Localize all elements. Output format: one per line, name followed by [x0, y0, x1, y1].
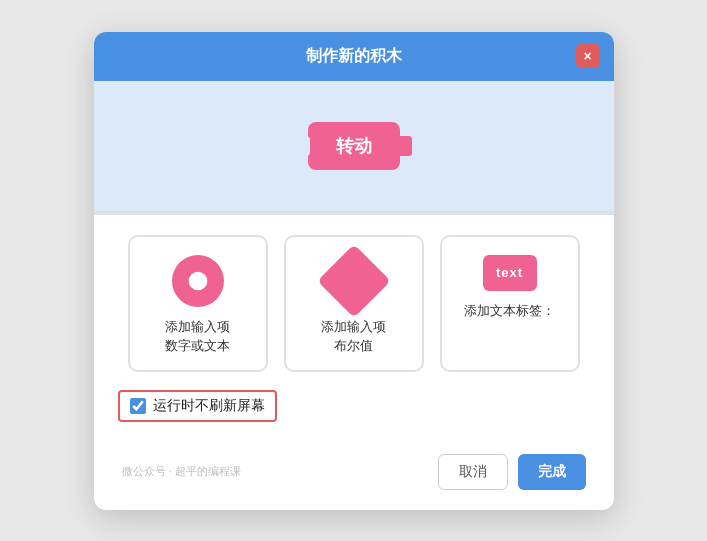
dialog-header: 制作新的积木 × [94, 32, 614, 81]
text-badge-icon: text [483, 255, 537, 291]
options-row: 添加输入项数字或文本 添加输入项布尔值 text 添加文本标签： [118, 235, 590, 372]
bottom-row: 微公众号 · 超平的编程课 取消 完成 [118, 454, 590, 494]
diamond-icon [317, 244, 391, 318]
diamond-wrapper [328, 255, 380, 307]
dialog: 制作新的积木 × 转动 添加输入项数字或文本 [94, 32, 614, 510]
option-boolean[interactable]: 添加输入项布尔值 [284, 235, 424, 372]
checkbox-text: 运行时不刷新屏幕 [153, 397, 265, 415]
done-button[interactable]: 完成 [518, 454, 586, 490]
block-preview-area: 转动 [94, 81, 614, 211]
dialog-title: 制作新的积木 [306, 47, 402, 64]
option3-label: 添加文本标签： [464, 301, 555, 321]
cancel-button[interactable]: 取消 [438, 454, 508, 490]
no-refresh-checkbox-label[interactable]: 运行时不刷新屏幕 [118, 390, 277, 422]
block-preview: 转动 [308, 122, 400, 170]
button-row: 取消 完成 [438, 454, 586, 490]
no-refresh-checkbox[interactable] [130, 398, 146, 414]
option2-label: 添加输入项布尔值 [321, 317, 386, 356]
watermark: 微公众号 · 超平的编程课 [122, 464, 241, 479]
block-shape: 转动 [308, 122, 400, 170]
option-text-label[interactable]: text 添加文本标签： [440, 235, 580, 372]
circle-svg [184, 267, 212, 295]
block-label: 转动 [336, 136, 372, 156]
close-button[interactable]: × [576, 44, 600, 68]
circle-icon [172, 255, 224, 307]
dialog-body: 添加输入项数字或文本 添加输入项布尔值 text 添加文本标签： 运行时不刷新屏… [94, 215, 614, 510]
option-number-text[interactable]: 添加输入项数字或文本 [128, 235, 268, 372]
checkbox-container: 运行时不刷新屏幕 [118, 390, 590, 438]
svg-point-0 [188, 271, 207, 290]
option1-label: 添加输入项数字或文本 [165, 317, 230, 356]
